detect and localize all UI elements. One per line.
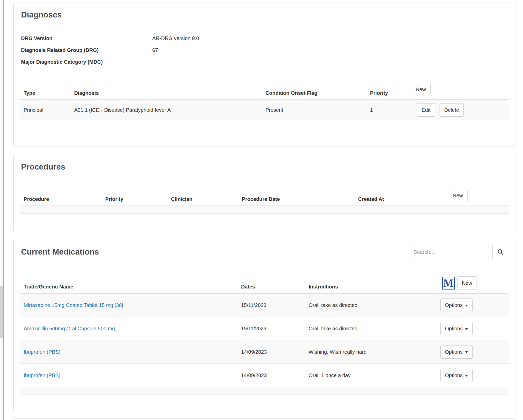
column-header-procedure: Procedure — [20, 185, 102, 206]
mims-icon: M — [442, 277, 455, 290]
diagnoses-table-header-row: Type Diagnosis Condition Onset Flag Prio… — [20, 79, 509, 100]
medication-row: Ibuprofen (PBS) 14/09/2023 Oral. 1 once … — [20, 364, 509, 387]
diagnoses-new-button[interactable]: New — [411, 83, 431, 96]
medications-title: Current Medications — [21, 247, 99, 257]
column-header-procedure-date: Procedure Date — [239, 185, 355, 206]
procedures-panel: Procedures Procedure Priority Clinician … — [13, 155, 516, 232]
drg-version-field: DRG Version AR-DRG version 9.0 — [20, 32, 509, 44]
drg-field: Diagnosis Related Group (DRG) 67 — [20, 44, 509, 56]
scrollbar-thumb[interactable] — [0, 286, 3, 338]
procedures-table: Procedure Priority Clinician Procedure D… — [20, 185, 509, 214]
drg-value: 67 — [152, 44, 158, 56]
procedures-table-header-row: Procedure Priority Clinician Procedure D… — [20, 185, 509, 206]
medication-date-cell: 15/11/2023 — [238, 293, 305, 317]
search-button[interactable] — [493, 245, 508, 259]
diagnoses-title: Diagnoses — [21, 10, 62, 20]
column-header-priority: Priority — [367, 79, 408, 100]
medications-table: Trade/Generic Name Dates Instructions M … — [20, 273, 509, 395]
procedures-new-button[interactable]: New — [448, 189, 468, 202]
medication-link[interactable]: Ibuprofen (PBS) — [24, 372, 60, 378]
column-header-trade-generic-name: Trade/Generic Name — [20, 273, 238, 293]
drg-label: Diagnosis Related Group (DRG) — [20, 44, 152, 56]
diagnoses-panel: Diagnoses DRG Version AR-DRG version 9.0… — [13, 3, 516, 146]
delete-button[interactable]: Delete — [440, 103, 464, 117]
column-header-diagnosis: Diagnosis — [71, 79, 262, 100]
next-panel-edge — [13, 418, 516, 420]
medication-row: Mirtazapine 15mg Coated Tablet 15 mg [30… — [20, 293, 509, 317]
medication-link[interactable]: Ibuprofen (PBS) — [24, 349, 60, 355]
column-header-priority: Priority — [102, 185, 168, 206]
procedures-panel-heading: Procedures — [14, 155, 516, 179]
caret-down-icon — [465, 305, 468, 306]
options-button[interactable]: Options — [440, 345, 473, 359]
medication-instructions-cell: Oral. take as directed — [305, 293, 439, 317]
drg-version-label: DRG Version — [20, 32, 152, 44]
procedures-empty-row — [20, 206, 509, 213]
column-header-clinician: Clinician — [168, 185, 239, 206]
medications-panel: Current Medications — [13, 240, 516, 411]
medication-link[interactable]: Amoxicillin 500mg Oral Capsule 500 mg — [24, 326, 115, 331]
options-button[interactable]: Options — [440, 369, 473, 382]
medications-search — [409, 245, 508, 259]
search-input[interactable] — [409, 245, 493, 259]
column-header-dates: Dates — [238, 273, 305, 293]
medication-date-cell: 14/09/2023 — [238, 364, 305, 387]
diagnoses-panel-heading: Diagnoses — [14, 3, 516, 27]
edit-button[interactable]: Edit — [417, 103, 435, 117]
column-header-created-at: Created At — [355, 185, 445, 206]
procedures-title: Procedures — [21, 162, 65, 172]
options-button[interactable]: Options — [440, 322, 473, 335]
medication-instructions-cell: Wishing. Wish really hard — [305, 340, 439, 364]
medications-panel-heading: Current Medications — [14, 240, 516, 264]
medication-row: Ibuprofen (PBS) 14/09/2023 Wishing. Wish… — [20, 340, 509, 364]
procedures-panel-body: Procedure Priority Clinician Procedure D… — [14, 179, 516, 220]
diagnosis-priority-cell: 1 — [367, 100, 408, 120]
drg-version-value: AR-DRG version 9.0 — [152, 32, 199, 44]
caret-down-icon — [465, 351, 468, 353]
page: Diagnoses DRG Version AR-DRG version 9.0… — [0, 0, 523, 420]
diagnosis-table-row: Principal A01.1 (ICD - Disease) Paratyph… — [20, 100, 509, 120]
divider — [20, 74, 509, 74]
column-header-condition-onset-flag: Condition Onset Flag — [262, 79, 367, 100]
caret-down-icon — [465, 328, 468, 330]
medications-empty-row — [20, 387, 509, 395]
medication-date-cell: 15/11/2023 — [238, 317, 305, 340]
caret-down-icon — [465, 375, 468, 377]
mdc-field: Major Diagnostic Category (MDC) — [20, 56, 509, 68]
medication-date-cell: 14/09/2023 — [238, 340, 305, 364]
options-button[interactable]: Options — [440, 298, 473, 312]
medications-panel-body: Trade/Generic Name Dates Instructions M … — [14, 264, 516, 402]
search-icon — [497, 249, 503, 255]
column-header-type: Type — [20, 79, 71, 100]
medication-instructions-cell: Oral. take as directed — [305, 317, 439, 340]
medication-instructions-cell: Oral. 1 once a day — [305, 364, 439, 387]
diagnosis-name-cell: A01.1 (ICD - Disease) Paratyphoid fever … — [71, 100, 262, 120]
medication-link[interactable]: Mirtazapine 15mg Coated Tablet 15 mg [30… — [24, 302, 123, 308]
diagnoses-table: Type Diagnosis Condition Onset Flag Prio… — [20, 79, 509, 120]
mdc-label: Major Diagnostic Category (MDC) — [20, 56, 152, 68]
scrollbar-track — [0, 0, 4, 420]
column-header-instructions: Instructions — [305, 273, 439, 293]
diagnosis-type-cell: Principal — [20, 100, 71, 120]
medications-table-header-row: Trade/Generic Name Dates Instructions M … — [20, 273, 509, 293]
diagnoses-panel-body: DRG Version AR-DRG version 9.0 Diagnosis… — [14, 27, 516, 127]
medications-new-button[interactable]: New — [457, 276, 477, 290]
medication-row: Amoxicillin 500mg Oral Capsule 500 mg 15… — [20, 317, 509, 340]
diagnosis-onset-cell: Present — [262, 100, 367, 120]
